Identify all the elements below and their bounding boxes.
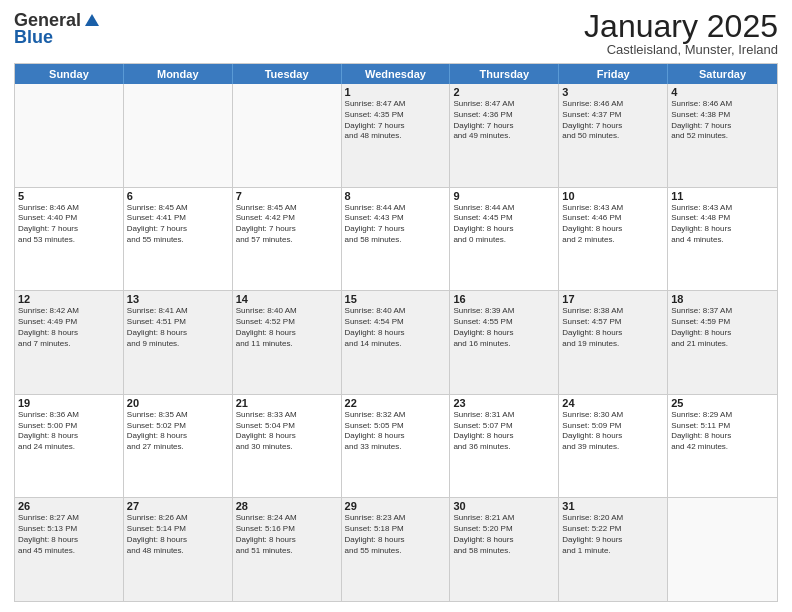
weekday-monday: Monday: [124, 64, 233, 84]
day-number: 28: [236, 500, 338, 512]
table-row: 22Sunrise: 8:32 AM Sunset: 5:05 PM Dayli…: [342, 395, 451, 498]
table-row: 2Sunrise: 8:47 AM Sunset: 4:36 PM Daylig…: [450, 84, 559, 187]
day-info: Sunrise: 8:21 AM Sunset: 5:20 PM Dayligh…: [453, 513, 555, 556]
day-info: Sunrise: 8:44 AM Sunset: 4:43 PM Dayligh…: [345, 203, 447, 246]
table-row: 13Sunrise: 8:41 AM Sunset: 4:51 PM Dayli…: [124, 291, 233, 394]
day-number: 12: [18, 293, 120, 305]
calendar-row: 26Sunrise: 8:27 AM Sunset: 5:13 PM Dayli…: [15, 497, 777, 601]
day-number: 9: [453, 190, 555, 202]
weekday-sunday: Sunday: [15, 64, 124, 84]
table-row: 14Sunrise: 8:40 AM Sunset: 4:52 PM Dayli…: [233, 291, 342, 394]
table-row: 17Sunrise: 8:38 AM Sunset: 4:57 PM Dayli…: [559, 291, 668, 394]
day-info: Sunrise: 8:30 AM Sunset: 5:09 PM Dayligh…: [562, 410, 664, 453]
table-row: [233, 84, 342, 187]
table-row: 1Sunrise: 8:47 AM Sunset: 4:35 PM Daylig…: [342, 84, 451, 187]
day-number: 25: [671, 397, 774, 409]
day-info: Sunrise: 8:27 AM Sunset: 5:13 PM Dayligh…: [18, 513, 120, 556]
day-info: Sunrise: 8:46 AM Sunset: 4:40 PM Dayligh…: [18, 203, 120, 246]
day-info: Sunrise: 8:40 AM Sunset: 4:52 PM Dayligh…: [236, 306, 338, 349]
day-number: 6: [127, 190, 229, 202]
day-info: Sunrise: 8:45 AM Sunset: 4:41 PM Dayligh…: [127, 203, 229, 246]
day-number: 13: [127, 293, 229, 305]
table-row: 21Sunrise: 8:33 AM Sunset: 5:04 PM Dayli…: [233, 395, 342, 498]
table-row: 19Sunrise: 8:36 AM Sunset: 5:00 PM Dayli…: [15, 395, 124, 498]
day-number: 2: [453, 86, 555, 98]
table-row: 5Sunrise: 8:46 AM Sunset: 4:40 PM Daylig…: [15, 188, 124, 291]
table-row: 12Sunrise: 8:42 AM Sunset: 4:49 PM Dayli…: [15, 291, 124, 394]
calendar: Sunday Monday Tuesday Wednesday Thursday…: [14, 63, 778, 602]
logo: General Blue: [14, 10, 101, 48]
table-row: 3Sunrise: 8:46 AM Sunset: 4:37 PM Daylig…: [559, 84, 668, 187]
day-info: Sunrise: 8:29 AM Sunset: 5:11 PM Dayligh…: [671, 410, 774, 453]
table-row: [124, 84, 233, 187]
day-number: 22: [345, 397, 447, 409]
table-row: 20Sunrise: 8:35 AM Sunset: 5:02 PM Dayli…: [124, 395, 233, 498]
day-info: Sunrise: 8:40 AM Sunset: 4:54 PM Dayligh…: [345, 306, 447, 349]
day-info: Sunrise: 8:23 AM Sunset: 5:18 PM Dayligh…: [345, 513, 447, 556]
day-number: 29: [345, 500, 447, 512]
day-number: 19: [18, 397, 120, 409]
table-row: 11Sunrise: 8:43 AM Sunset: 4:48 PM Dayli…: [668, 188, 777, 291]
day-info: Sunrise: 8:46 AM Sunset: 4:38 PM Dayligh…: [671, 99, 774, 142]
day-info: Sunrise: 8:24 AM Sunset: 5:16 PM Dayligh…: [236, 513, 338, 556]
table-row: 10Sunrise: 8:43 AM Sunset: 4:46 PM Dayli…: [559, 188, 668, 291]
table-row: 27Sunrise: 8:26 AM Sunset: 5:14 PM Dayli…: [124, 498, 233, 601]
day-info: Sunrise: 8:47 AM Sunset: 4:36 PM Dayligh…: [453, 99, 555, 142]
table-row: 31Sunrise: 8:20 AM Sunset: 5:22 PM Dayli…: [559, 498, 668, 601]
day-number: 17: [562, 293, 664, 305]
month-title: January 2025: [584, 10, 778, 42]
header: General Blue January 2025 Castleisland, …: [14, 10, 778, 57]
day-info: Sunrise: 8:47 AM Sunset: 4:35 PM Dayligh…: [345, 99, 447, 142]
subtitle: Castleisland, Munster, Ireland: [584, 42, 778, 57]
weekday-saturday: Saturday: [668, 64, 777, 84]
day-info: Sunrise: 8:46 AM Sunset: 4:37 PM Dayligh…: [562, 99, 664, 142]
weekday-thursday: Thursday: [450, 64, 559, 84]
day-number: 8: [345, 190, 447, 202]
table-row: [15, 84, 124, 187]
table-row: 15Sunrise: 8:40 AM Sunset: 4:54 PM Dayli…: [342, 291, 451, 394]
day-number: 18: [671, 293, 774, 305]
day-number: 20: [127, 397, 229, 409]
table-row: 25Sunrise: 8:29 AM Sunset: 5:11 PM Dayli…: [668, 395, 777, 498]
page: General Blue January 2025 Castleisland, …: [0, 0, 792, 612]
day-number: 23: [453, 397, 555, 409]
table-row: 6Sunrise: 8:45 AM Sunset: 4:41 PM Daylig…: [124, 188, 233, 291]
day-number: 3: [562, 86, 664, 98]
logo-blue-text: Blue: [14, 27, 53, 48]
table-row: 29Sunrise: 8:23 AM Sunset: 5:18 PM Dayli…: [342, 498, 451, 601]
table-row: 28Sunrise: 8:24 AM Sunset: 5:16 PM Dayli…: [233, 498, 342, 601]
day-info: Sunrise: 8:45 AM Sunset: 4:42 PM Dayligh…: [236, 203, 338, 246]
day-number: 1: [345, 86, 447, 98]
day-info: Sunrise: 8:26 AM Sunset: 5:14 PM Dayligh…: [127, 513, 229, 556]
calendar-row: 5Sunrise: 8:46 AM Sunset: 4:40 PM Daylig…: [15, 187, 777, 291]
table-row: 24Sunrise: 8:30 AM Sunset: 5:09 PM Dayli…: [559, 395, 668, 498]
day-info: Sunrise: 8:37 AM Sunset: 4:59 PM Dayligh…: [671, 306, 774, 349]
table-row: 8Sunrise: 8:44 AM Sunset: 4:43 PM Daylig…: [342, 188, 451, 291]
table-row: 23Sunrise: 8:31 AM Sunset: 5:07 PM Dayli…: [450, 395, 559, 498]
day-number: 5: [18, 190, 120, 202]
day-info: Sunrise: 8:41 AM Sunset: 4:51 PM Dayligh…: [127, 306, 229, 349]
table-row: [668, 498, 777, 601]
day-number: 16: [453, 293, 555, 305]
day-info: Sunrise: 8:20 AM Sunset: 5:22 PM Dayligh…: [562, 513, 664, 556]
day-number: 27: [127, 500, 229, 512]
day-info: Sunrise: 8:32 AM Sunset: 5:05 PM Dayligh…: [345, 410, 447, 453]
weekday-wednesday: Wednesday: [342, 64, 451, 84]
day-number: 15: [345, 293, 447, 305]
weekday-tuesday: Tuesday: [233, 64, 342, 84]
day-number: 21: [236, 397, 338, 409]
day-number: 10: [562, 190, 664, 202]
day-number: 26: [18, 500, 120, 512]
day-number: 7: [236, 190, 338, 202]
day-number: 14: [236, 293, 338, 305]
day-info: Sunrise: 8:33 AM Sunset: 5:04 PM Dayligh…: [236, 410, 338, 453]
calendar-row: 19Sunrise: 8:36 AM Sunset: 5:00 PM Dayli…: [15, 394, 777, 498]
day-info: Sunrise: 8:44 AM Sunset: 4:45 PM Dayligh…: [453, 203, 555, 246]
day-number: 30: [453, 500, 555, 512]
table-row: 7Sunrise: 8:45 AM Sunset: 4:42 PM Daylig…: [233, 188, 342, 291]
table-row: 9Sunrise: 8:44 AM Sunset: 4:45 PM Daylig…: [450, 188, 559, 291]
day-info: Sunrise: 8:35 AM Sunset: 5:02 PM Dayligh…: [127, 410, 229, 453]
day-info: Sunrise: 8:38 AM Sunset: 4:57 PM Dayligh…: [562, 306, 664, 349]
day-info: Sunrise: 8:43 AM Sunset: 4:46 PM Dayligh…: [562, 203, 664, 246]
logo-icon: [83, 12, 101, 30]
